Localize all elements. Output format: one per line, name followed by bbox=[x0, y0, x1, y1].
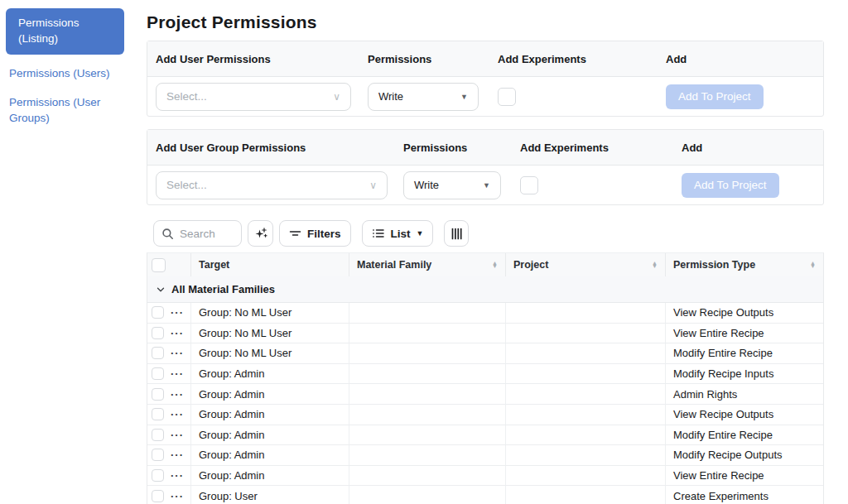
add-experiments-column-label: Add Experiments bbox=[498, 53, 666, 65]
permissions-column-label: Permissions bbox=[368, 53, 498, 65]
page-title: Project Permissions bbox=[147, 12, 824, 32]
table-cell: View Entire Recipe bbox=[666, 324, 823, 343]
permission-select-dropdown[interactable]: Write ▼ bbox=[368, 83, 479, 111]
user-group-select-dropdown[interactable]: Select... ∨ bbox=[156, 171, 388, 199]
permission-value: Write bbox=[414, 179, 439, 191]
columns-icon bbox=[450, 228, 463, 240]
table-cell bbox=[349, 364, 506, 384]
filters-button[interactable]: Filters bbox=[279, 220, 351, 247]
row-checkbox[interactable] bbox=[152, 449, 164, 461]
table-cell: Modify Entire Recipe bbox=[666, 425, 823, 445]
table-row: ···Group: AdminModify Recipe Outputs bbox=[147, 445, 823, 466]
add-experiments-checkbox[interactable] bbox=[520, 176, 538, 194]
sidebar: Permissions (Listing) Permissions (Users… bbox=[0, 0, 147, 504]
table-cell bbox=[506, 324, 666, 343]
user-select-dropdown[interactable]: Select... ∨ bbox=[156, 83, 351, 111]
row-select-cell: ··· bbox=[147, 384, 191, 404]
row-checkbox[interactable] bbox=[152, 388, 164, 401]
row-select-cell: ··· bbox=[147, 324, 191, 343]
row-checkbox[interactable] bbox=[152, 327, 164, 339]
search-input[interactable] bbox=[180, 228, 229, 240]
table-toolbar: Filters List ▼ bbox=[153, 220, 824, 247]
sort-icon[interactable]: ▲▼ bbox=[652, 262, 658, 268]
table-cell: View Entire Recipe bbox=[666, 466, 823, 486]
add-to-project-button[interactable]: Add To Project bbox=[666, 84, 764, 109]
table-cell: Modify Recipe Outputs bbox=[666, 445, 823, 465]
panel-body-row: Select... ∨ Write ▼ Add To Project bbox=[147, 77, 823, 116]
table-cell: Modify Entire Recipe bbox=[666, 343, 823, 363]
ai-sparkles-button[interactable] bbox=[248, 220, 273, 247]
row-menu-button[interactable]: ··· bbox=[171, 368, 184, 379]
add-to-project-button[interactable]: Add To Project bbox=[682, 173, 779, 198]
column-header-permission-type[interactable]: Permission Type ▲▼ bbox=[666, 253, 823, 276]
row-checkbox[interactable] bbox=[152, 469, 164, 482]
permission-select-dropdown[interactable]: Write ▼ bbox=[403, 171, 501, 199]
row-checkbox[interactable] bbox=[152, 306, 164, 319]
chevron-down-icon[interactable] bbox=[155, 284, 166, 295]
table-cell: View Recipe Outputs bbox=[666, 405, 823, 425]
column-header-project[interactable]: Project ▲▼ bbox=[506, 253, 666, 276]
group-row-all-material-families[interactable]: All Material Families bbox=[147, 276, 823, 303]
table-cell: Group: Admin bbox=[191, 445, 349, 465]
row-menu-button[interactable]: ··· bbox=[171, 389, 184, 400]
table-row: ···Group: AdminView Entire Recipe bbox=[147, 466, 823, 487]
filter-icon bbox=[289, 228, 301, 239]
row-checkbox[interactable] bbox=[152, 367, 164, 380]
column-header-label: Permission Type bbox=[673, 259, 755, 271]
column-settings-button[interactable] bbox=[444, 220, 469, 247]
panel-header-row: Add User Permissions Permissions Add Exp… bbox=[147, 41, 823, 77]
add-experiments-column-label: Add Experiments bbox=[520, 142, 682, 154]
column-header-target[interactable]: Target bbox=[191, 253, 349, 276]
table-cell bbox=[506, 425, 666, 445]
search-box[interactable] bbox=[153, 220, 242, 247]
row-checkbox[interactable] bbox=[152, 490, 164, 502]
row-menu-button[interactable]: ··· bbox=[171, 348, 184, 358]
row-checkbox[interactable] bbox=[152, 347, 164, 359]
table-header-row: Target Material Family ▲▼ Project ▲▼ Per… bbox=[147, 253, 823, 276]
sort-icon[interactable]: ▲▼ bbox=[810, 262, 816, 268]
row-menu-button[interactable]: ··· bbox=[171, 328, 184, 338]
list-label: List bbox=[391, 228, 411, 240]
column-header-material-family[interactable]: Material Family ▲▼ bbox=[349, 253, 506, 276]
row-select-cell: ··· bbox=[147, 466, 191, 486]
app-window: Permissions (Listing) Permissions (Users… bbox=[0, 0, 848, 504]
main-content: Project Permissions Add User Permissions… bbox=[147, 0, 848, 504]
table-cell: Admin Rights bbox=[666, 384, 823, 404]
row-menu-button[interactable]: ··· bbox=[171, 491, 184, 502]
table-cell: Group: No ML User bbox=[191, 324, 349, 343]
table-cell: View Recipe Outputs bbox=[666, 303, 823, 323]
select-all-checkbox[interactable] bbox=[152, 258, 166, 272]
row-select-cell: ··· bbox=[147, 445, 191, 465]
select-all-cell bbox=[147, 253, 191, 276]
table-row: ···Group: No ML UserView Entire Recipe bbox=[147, 324, 823, 344]
row-menu-button[interactable]: ··· bbox=[171, 449, 184, 460]
row-menu-button[interactable]: ··· bbox=[171, 409, 184, 420]
table-cell bbox=[349, 486, 506, 504]
add-experiments-checkbox[interactable] bbox=[498, 88, 516, 106]
sidebar-item-permissions-users[interactable]: Permissions (Users) bbox=[6, 65, 130, 84]
sidebar-item-permissions-user-groups[interactable]: Permissions (User Groups) bbox=[6, 94, 130, 128]
table-cell bbox=[506, 466, 666, 486]
table-cell: Create Experiments bbox=[666, 486, 823, 504]
row-checkbox[interactable] bbox=[152, 408, 164, 420]
sidebar-item-permissions-listing[interactable]: Permissions (Listing) bbox=[6, 8, 124, 55]
sort-icon[interactable]: ▲▼ bbox=[492, 262, 498, 268]
row-menu-button[interactable]: ··· bbox=[171, 307, 184, 318]
table-cell bbox=[506, 303, 666, 323]
table-row: ···Group: No ML UserView Recipe Outputs bbox=[147, 303, 823, 324]
group-label: All Material Families bbox=[171, 283, 275, 295]
table-row: ···Group: AdminView Recipe Outputs bbox=[147, 405, 823, 425]
row-select-cell: ··· bbox=[147, 405, 191, 425]
list-view-button[interactable]: List ▼ bbox=[362, 220, 434, 247]
add-user-group-permissions-label: Add User Group Permissions bbox=[156, 142, 403, 154]
table-row: ···Group: AdminModify Recipe Inputs bbox=[147, 364, 823, 385]
panel-header-row: Add User Group Permissions Permissions A… bbox=[147, 130, 823, 166]
permission-value: Write bbox=[378, 90, 403, 103]
table-body: ···Group: No ML UserView Recipe Outputs·… bbox=[147, 303, 823, 504]
row-select-cell: ··· bbox=[147, 425, 191, 445]
row-menu-button[interactable]: ··· bbox=[171, 470, 184, 481]
table-cell bbox=[506, 405, 666, 425]
row-checkbox[interactable] bbox=[152, 429, 164, 441]
select-placeholder: Select... bbox=[166, 90, 207, 103]
row-menu-button[interactable]: ··· bbox=[171, 430, 184, 440]
